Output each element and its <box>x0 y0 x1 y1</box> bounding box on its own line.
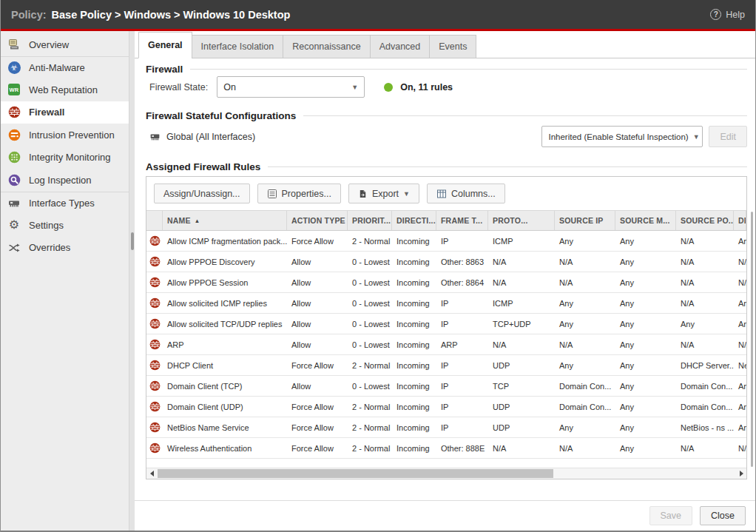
cell-source-port: Domain Con... <box>676 376 734 396</box>
cell-name: Allow PPPOE Session <box>163 272 287 292</box>
edit-button[interactable]: Edit <box>709 126 747 147</box>
scroll-right-button[interactable] <box>736 468 746 479</box>
cell-source-ip: N/A <box>555 252 615 272</box>
cell-direction: Incoming <box>392 272 436 292</box>
cell-action-type: Allow <box>287 314 348 334</box>
firewall-rule-icon <box>146 417 163 437</box>
table-row[interactable]: Allow PPPOE Session Allow 0 - Lowest Inc… <box>146 272 746 293</box>
cell-name: ARP <box>163 334 287 354</box>
table-row[interactable]: Allow solicited ICMP replies Allow 0 - L… <box>146 293 746 314</box>
table-row[interactable]: Allow ICMP fragmentation pack... Force A… <box>146 231 746 252</box>
cell-source-mac: Any <box>615 272 676 292</box>
sidebar-item-overrides[interactable]: Overrides <box>1 237 129 260</box>
section-divider <box>190 69 747 70</box>
cell-priority: 2 - Normal <box>348 355 392 375</box>
cell-action-type: Allow <box>287 293 348 313</box>
column-header[interactable]: NAME ▲ <box>163 211 287 230</box>
cell-destination: Any <box>734 397 746 417</box>
sidebar-item-interface-types[interactable]: Interface Types <box>1 192 129 215</box>
table-row[interactable]: Wireless Authentication Force Allow 2 - … <box>146 438 746 459</box>
rules-toolbar: Assign/Unassign... Properties... Export … <box>146 177 746 210</box>
properties-button[interactable]: Properties... <box>257 183 341 203</box>
table-row[interactable]: Allow solicited TCP/UDP replies Allow 0 … <box>146 314 746 334</box>
stateful-config-select[interactable]: Inherited (Enable Stateful Inspection) ▼ <box>541 126 703 147</box>
cell-protocol: TCP <box>488 376 555 396</box>
sidebar-item-firewall[interactable]: Firewall <box>1 101 129 124</box>
table-row[interactable]: Allow PPPOE Discovery Allow 0 - Lowest I… <box>146 252 746 272</box>
column-header[interactable]: SOURCE PO... <box>676 211 734 230</box>
tab-interface-isolation[interactable]: Interface Isolation <box>192 35 284 58</box>
policy-editor-window: Policy: Base Policy > Windows > Windows … <box>0 0 756 532</box>
table-row[interactable]: NetBios Name Service Force Allow 2 - Nor… <box>146 417 746 438</box>
tab-reconnaissance[interactable]: Reconnaissance <box>283 35 370 58</box>
column-header[interactable]: DE <box>734 211 746 230</box>
cell-action-type: Force Allow <box>287 438 348 458</box>
firewall-rule-icon <box>146 314 163 334</box>
cell-destination: N/A <box>734 438 746 458</box>
vertical-scrollbar[interactable] <box>751 212 753 467</box>
table-row[interactable]: Domain Client (TCP) Allow 0 - Lowest Inc… <box>146 376 746 397</box>
tab-general[interactable]: General <box>138 32 192 58</box>
cell-direction: Incoming <box>392 293 436 313</box>
sidebar-item-integrity-monitoring[interactable]: Integrity Monitoring <box>1 147 129 169</box>
scroll-left-button[interactable] <box>146 468 157 479</box>
chevron-down-icon: ▼ <box>403 190 410 198</box>
horizontal-scrollbar[interactable] <box>146 468 746 479</box>
rules-table-body: Allow ICMP fragmentation pack... Force A… <box>146 231 746 459</box>
column-header[interactable]: SOURCE IP <box>555 211 615 230</box>
column-header[interactable]: PRIORIT... <box>348 211 392 230</box>
save-button[interactable]: Save <box>649 506 693 525</box>
close-button[interactable]: Close <box>700 506 746 525</box>
cell-priority: 0 - Lowest <box>348 252 392 272</box>
cell-source-ip: Any <box>555 231 615 251</box>
anti-malware-icon: ☣ <box>7 61 21 74</box>
sidebar-item-overview[interactable]: Overview <box>1 33 129 56</box>
cell-destination: Any <box>734 417 746 437</box>
splitter-drag-handle[interactable] <box>131 232 134 250</box>
scrollbar-thumb[interactable] <box>158 469 553 478</box>
firewall-state-select[interactable]: On ▼ <box>217 76 365 98</box>
tab-advanced[interactable]: Advanced <box>370 35 431 58</box>
cell-source-port: N/A <box>676 231 734 251</box>
export-button[interactable]: Export ▼ <box>348 183 419 203</box>
sidebar-splitter <box>129 31 135 531</box>
help-button[interactable]: ? Help <box>710 9 745 20</box>
cell-protocol: UDP <box>488 417 555 437</box>
column-header[interactable]: ACTION TYPE <box>287 211 348 230</box>
tab-bar: General Interface Isolation Reconnaissan… <box>135 31 755 58</box>
interface-types-icon <box>7 196 21 209</box>
sidebar-item-settings[interactable]: ⚙ Settings <box>1 214 129 237</box>
sidebar-item-intrusion-prevention[interactable]: Intrusion Prevention <box>1 124 129 147</box>
cell-frame-type: IP <box>436 293 488 313</box>
table-row[interactable]: DHCP Client Force Allow 2 - Normal Incom… <box>146 355 746 376</box>
column-header[interactable] <box>146 211 163 230</box>
overrides-shuffle-icon <box>7 241 21 255</box>
firewall-rule-icon <box>146 231 163 251</box>
column-header[interactable]: SOURCE M... <box>615 211 676 230</box>
intrusion-prevention-icon <box>7 128 21 141</box>
sidebar-item-web-reputation[interactable]: WR Web Reputation <box>1 78 129 101</box>
columns-button[interactable]: Columns... <box>427 183 505 203</box>
properties-list-icon <box>267 189 277 199</box>
cell-destination: Any <box>734 231 746 251</box>
chevron-down-icon: ▼ <box>689 133 700 141</box>
export-file-icon <box>358 189 368 199</box>
cell-source-mac: Any <box>615 355 676 375</box>
sidebar-item-log-inspection[interactable]: Log Inspection <box>1 169 129 192</box>
cell-action-type: Force Allow <box>287 417 348 437</box>
cell-source-mac: Any <box>615 252 676 272</box>
cell-direction: Incoming <box>392 417 436 437</box>
log-inspection-icon <box>7 173 21 186</box>
table-row[interactable]: Domain Client (UDP) Force Allow 2 - Norm… <box>146 397 746 417</box>
cell-frame-type: IP <box>436 417 488 437</box>
column-header[interactable]: PROTO... <box>488 211 555 230</box>
tab-events[interactable]: Events <box>429 35 476 58</box>
cell-destination: Any <box>734 376 746 396</box>
cell-source-port: DHCP Server... <box>676 355 734 375</box>
column-header[interactable]: DIRECTI... <box>392 211 436 230</box>
assign-unassign-button[interactable]: Assign/Unassign... <box>154 183 250 203</box>
sidebar-item-anti-malware[interactable]: ☣ Anti-Malware <box>1 56 129 79</box>
table-row[interactable]: ARP Allow 0 - Lowest Incoming ARP N/A N/… <box>146 334 746 355</box>
column-header[interactable]: FRAME T... <box>436 211 488 230</box>
firewall-rule-icon <box>146 355 163 375</box>
